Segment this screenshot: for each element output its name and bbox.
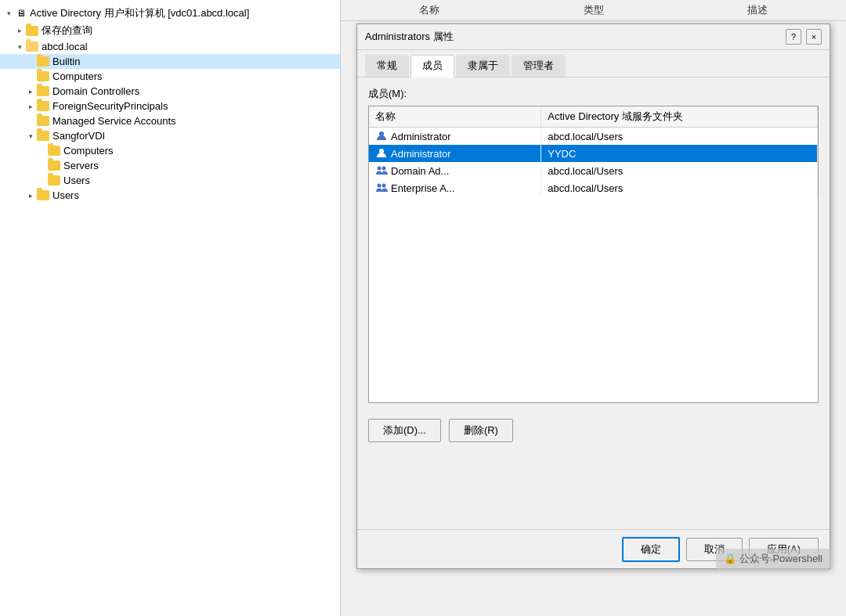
tab-members[interactable]: 成员 bbox=[410, 55, 454, 77]
dialog-close-button[interactable]: × bbox=[806, 29, 822, 45]
group-icon-domain bbox=[375, 164, 388, 177]
dialog-titlebar: Administrators 属性 ? × bbox=[357, 24, 830, 50]
expand-users[interactable]: ▸ bbox=[25, 190, 36, 201]
col-header-adpath[interactable]: Active Directory 域服务文件夹 bbox=[541, 106, 818, 128]
table-row[interactable]: Administrator abcd.local/Users bbox=[369, 128, 818, 146]
computer-icon: 🖥 bbox=[15, 7, 27, 20]
administrators-dialog: Administrators 属性 ? × 常规 成员 隶属于 管理者 成员(M… bbox=[356, 23, 830, 569]
expand-builtin bbox=[25, 56, 36, 67]
expand-sangforvdi[interactable]: ▾ bbox=[25, 131, 36, 142]
tree-item-computers[interactable]: Computers bbox=[0, 69, 340, 84]
tree-item-users[interactable]: ▸ Users bbox=[0, 188, 340, 203]
member-name-selected: Administrator bbox=[391, 148, 451, 160]
col-name: 名称 bbox=[347, 3, 512, 17]
tree-item-saved-queries[interactable]: ▸ 保存的查询 bbox=[0, 22, 340, 39]
svg-point-4 bbox=[378, 184, 381, 188]
expand-saved-queries[interactable]: ▸ bbox=[14, 25, 25, 36]
member-path: abcd.local/Users bbox=[541, 128, 818, 146]
col-header-name[interactable]: 名称 bbox=[369, 106, 541, 128]
tree-item-builtin[interactable]: Builtin bbox=[0, 54, 340, 69]
tree-label-computers: Computers bbox=[52, 70, 103, 82]
expand-root[interactable]: ▾ bbox=[3, 8, 14, 19]
expand-managed-service bbox=[25, 116, 36, 127]
svg-point-5 bbox=[382, 184, 386, 188]
folder-icon-computers bbox=[37, 71, 49, 81]
user-icon bbox=[375, 130, 388, 142]
member-name-domain: Domain Ad... bbox=[391, 165, 449, 177]
svg-point-3 bbox=[382, 167, 386, 171]
expand-servers bbox=[36, 160, 47, 171]
tree-label-managed-service: Managed Service Accounts bbox=[52, 115, 176, 127]
ad-folder-icon-abcd bbox=[26, 41, 38, 52]
user-icon-selected bbox=[375, 147, 388, 160]
tree-item-sangfor-computers[interactable]: Computers bbox=[0, 143, 340, 158]
member-path-domain: abcd.local/Users bbox=[541, 162, 818, 179]
tree-item-servers[interactable]: Servers bbox=[0, 158, 340, 173]
table-row[interactable]: Domain Ad... abcd.local/Users bbox=[369, 162, 818, 179]
folder-icon-servers bbox=[48, 160, 60, 171]
add-button[interactable]: 添加(D)... bbox=[368, 419, 441, 442]
expand-computers bbox=[25, 71, 36, 82]
tab-manager[interactable]: 管理者 bbox=[512, 55, 566, 77]
member-name-cell-enterprise[interactable]: Enterprise A... bbox=[369, 179, 541, 196]
tree-label-abcd-local: abcd.local bbox=[42, 41, 88, 52]
tree-item-abcd-local[interactable]: ▾ abcd.local bbox=[0, 39, 340, 54]
watermark: 🔒 公众号·Powershell bbox=[716, 549, 830, 569]
table-header: 名称 Active Directory 域服务文件夹 bbox=[369, 106, 818, 128]
member-name: Administrator bbox=[391, 131, 451, 142]
dialog-controls: ? × bbox=[786, 29, 822, 45]
top-bar: 名称 类型 描述 bbox=[341, 0, 846, 21]
folder-icon-users bbox=[37, 190, 49, 200]
dialog-help-button[interactable]: ? bbox=[786, 29, 801, 45]
tree-label-root: Active Directory 用户和计算机 [vdc01.abcd.loca… bbox=[30, 6, 249, 20]
tree-label-sangforvdi: SangforVDI bbox=[52, 130, 105, 142]
folder-icon-sangfor-computers bbox=[48, 146, 60, 156]
member-name-cell-domain[interactable]: Domain Ad... bbox=[369, 162, 541, 179]
col-type: 类型 bbox=[512, 3, 676, 17]
expand-sangfor-users bbox=[36, 175, 47, 186]
member-name-enterprise: Enterprise A... bbox=[391, 182, 455, 194]
table-body: Administrator abcd.local/Users bbox=[369, 128, 818, 197]
tree-item-sangforvdi[interactable]: ▾ SangforVDI bbox=[0, 128, 340, 143]
tree-label-users: Users bbox=[52, 189, 79, 201]
members-table-container: 名称 Active Directory 域服务文件夹 bbox=[368, 106, 819, 403]
folder-icon-foreign-security bbox=[37, 101, 49, 111]
tree-item-root[interactable]: ▾ 🖥 Active Directory 用户和计算机 [vdc01.abcd.… bbox=[0, 5, 340, 22]
expand-domain-controllers[interactable]: ▸ bbox=[25, 86, 36, 97]
dialog-tabs: 常规 成员 隶属于 管理者 bbox=[357, 50, 830, 77]
remove-button[interactable]: 删除(R) bbox=[449, 419, 513, 442]
tab-member-of[interactable]: 隶属于 bbox=[456, 55, 510, 77]
member-path-selected: YYDC bbox=[541, 145, 818, 162]
svg-point-2 bbox=[378, 167, 381, 171]
tab-general[interactable]: 常规 bbox=[365, 55, 409, 77]
tree-item-managed-service[interactable]: Managed Service Accounts bbox=[0, 113, 340, 128]
folder-icon-domain-controllers bbox=[37, 86, 49, 96]
expand-abcd-local[interactable]: ▾ bbox=[14, 41, 25, 52]
group-icon-enterprise bbox=[375, 182, 388, 194]
ad-tree-panel: ▾ 🖥 Active Directory 用户和计算机 [vdc01.abcd.… bbox=[0, 0, 341, 616]
member-name-cell-selected[interactable]: Administrator bbox=[369, 145, 541, 162]
tree-label-builtin: Builtin bbox=[52, 56, 80, 67]
dialog-action-buttons: 添加(D)... 删除(R) bbox=[357, 412, 830, 448]
expand-foreign-security[interactable]: ▸ bbox=[25, 101, 36, 112]
folder-icon-builtin bbox=[37, 56, 49, 67]
tree-label-saved-queries: 保存的查询 bbox=[42, 23, 92, 38]
folder-icon-saved-queries bbox=[26, 26, 38, 36]
expand-sangfor-computers bbox=[36, 146, 47, 157]
tree-item-foreign-security[interactable]: ▸ ForeignSecurityPrincipals bbox=[0, 99, 340, 113]
table-header-row: 名称 Active Directory 域服务文件夹 bbox=[369, 106, 818, 128]
tree-item-sangfor-users[interactable]: Users bbox=[0, 173, 340, 188]
right-panel: 名称 类型 描述 Administrators 属性 ? × 常规 成员 隶属于… bbox=[341, 0, 846, 616]
folder-icon-managed-service bbox=[37, 116, 49, 126]
member-path-enterprise: abcd.local/Users bbox=[541, 179, 818, 196]
table-row[interactable]: Enterprise A... abcd.local/Users bbox=[369, 179, 818, 196]
tree-item-domain-controllers[interactable]: ▸ Domain Controllers bbox=[0, 84, 340, 99]
dialog-title: Administrators 属性 bbox=[365, 30, 454, 44]
table-row-selected[interactable]: Administrator YYDC bbox=[369, 145, 818, 162]
member-name-cell[interactable]: Administrator bbox=[369, 128, 541, 146]
tree-label-domain-controllers: Domain Controllers bbox=[52, 85, 139, 97]
tree-label-sangfor-computers: Computers bbox=[63, 145, 114, 157]
members-label: 成员(M): bbox=[368, 87, 819, 101]
ok-button[interactable]: 确定 bbox=[622, 537, 680, 562]
folder-icon-sangforvdi bbox=[37, 131, 49, 141]
